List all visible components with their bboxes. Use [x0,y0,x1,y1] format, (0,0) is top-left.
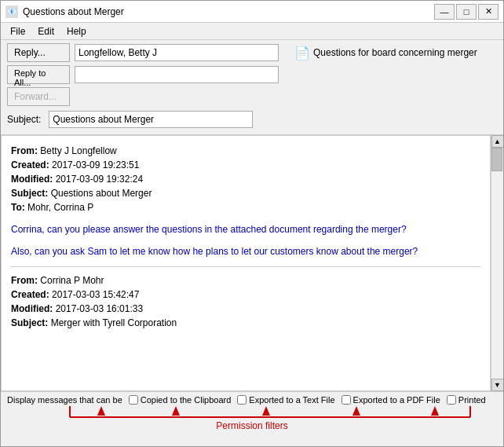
reply-to-field[interactable] [75,44,279,61]
textfile-checkbox[interactable] [237,395,247,405]
window-icon: 📧 [5,5,18,18]
message1-body2: Also, can you ask Sam to let me know how… [11,244,480,258]
menu-file[interactable]: File [4,24,31,38]
display-text: Display messages that can be [7,395,122,405]
checkbox-clipboard[interactable]: Copied to the Clipboard [129,395,232,405]
menu-bar: File Edit Help [1,23,503,40]
scrollbar[interactable]: ▲ ▼ [491,135,503,391]
title-bar: 📧 Questions about Merger — □ ✕ [1,1,503,23]
content-area: From: Betty J Longfellow Created: 2017-0… [1,135,503,391]
svg-marker-7 [431,406,439,416]
minimize-button[interactable]: — [434,4,455,20]
clipboard-label: Copied to the Clipboard [141,395,232,405]
window-title: Questions about Merger [23,6,434,17]
reply-all-button[interactable]: Reply to All... [7,65,70,84]
scroll-up-button[interactable]: ▲ [491,135,504,148]
checkbox-pdffile[interactable]: Exported to a PDF File [341,395,440,405]
attachment-panel: 📄 Questions for board concerning merger [294,46,477,60]
message1-body1: Corrina, can you please answer the quest… [11,222,480,236]
message2-meta: From: Corrina P Mohr Created: 2017-03-03… [11,273,480,330]
svg-marker-3 [97,406,105,416]
menu-help[interactable]: Help [60,24,93,38]
scroll-down-button[interactable]: ▼ [491,379,504,391]
menu-edit[interactable]: Edit [31,24,60,38]
subject1: Subject: Questions about Merger [11,186,480,200]
subject2: Subject: Merger with Tyrell Corporation [11,316,480,330]
from2: From: Corrina P Mohr [11,273,480,288]
title-controls: — □ ✕ [434,4,499,20]
toolbar: Reply... 📄 Questions for board concernin… [1,40,503,135]
filter-row: Display messages that can be Copied to t… [7,395,497,405]
status-bar: Display messages that can be Copied to t… [1,391,503,446]
pdffile-checkbox[interactable] [341,395,351,405]
svg-marker-4 [172,406,180,416]
scroll-thumb[interactable] [491,148,502,171]
message-body[interactable]: From: Betty J Longfellow Created: 2017-0… [1,135,491,391]
printed-checkbox[interactable] [447,395,456,405]
message1-meta: From: Betty J Longfellow Created: 2017-0… [11,144,480,214]
from1: From: Betty J Longfellow [11,144,480,158]
subject-field[interactable] [49,111,253,128]
toolbar-row1: Reply... 📄 Questions for board concernin… [1,40,503,64]
to1: To: Mohr, Corrina P [11,200,480,214]
modified2: Modified: 2017-03-03 16:01:33 [11,302,480,316]
message-divider [11,266,480,267]
scroll-track[interactable] [491,148,503,379]
bracket-container: Permission filters [7,406,497,433]
toolbar-row3: Forward... [1,86,503,109]
attachment-label: Questions for board concerning merger [313,47,477,58]
permission-label-row: Permission filters [7,420,497,431]
pdffile-label: Exported to a PDF File [353,395,440,405]
forward-button[interactable]: Forward... [7,87,70,106]
printed-label: Printed [458,395,486,405]
created2: Created: 2017-03-03 15:42:47 [11,288,480,302]
permission-label: Permission filters [216,420,287,431]
created1: Created: 2017-03-09 19:23:51 [11,158,480,172]
subject-label: Subject: [7,114,44,125]
clipboard-checkbox[interactable] [129,395,138,405]
main-window: 📧 Questions about Merger — □ ✕ File Edit… [0,0,504,447]
modified1: Modified: 2017-03-09 19:32:24 [11,172,480,186]
textfile-label: Exported to a Text File [249,395,334,405]
checkbox-textfile[interactable]: Exported to a Text File [237,395,334,405]
svg-marker-6 [352,406,360,416]
svg-marker-5 [262,406,270,416]
toolbar-row2: Reply to All... [1,64,503,86]
close-button[interactable]: ✕ [478,4,499,20]
attachment-icon: 📄 [294,46,310,60]
checkbox-printed[interactable]: Printed [447,395,486,405]
reply-all-field[interactable] [75,66,279,83]
maximize-button[interactable]: □ [456,4,477,20]
reply-button[interactable]: Reply... [7,43,70,62]
